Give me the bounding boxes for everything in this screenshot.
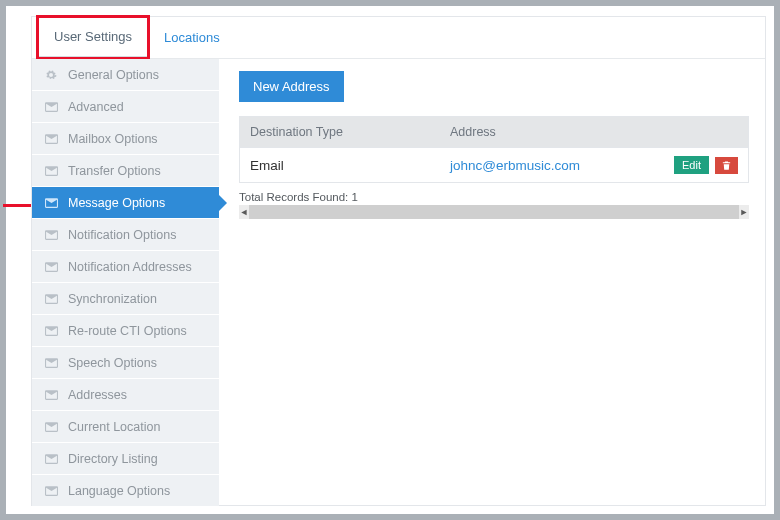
sidebar-item-advanced[interactable]: Advanced <box>32 91 219 123</box>
sidebar-item-general-options[interactable]: General Options <box>32 59 219 91</box>
sidebar-item-speech-options[interactable]: Speech Options <box>32 347 219 379</box>
mail-icon <box>44 358 58 368</box>
sidebar-item-label: Re-route CTI Options <box>68 324 187 338</box>
trash-icon <box>721 160 732 171</box>
col-actions <box>648 117 748 147</box>
mail-icon <box>44 486 58 496</box>
sidebar-item-transfer-options[interactable]: Transfer Options <box>32 155 219 187</box>
sidebar-item-label: Language Options <box>68 484 170 498</box>
horizontal-scrollbar[interactable]: ◄ ► <box>239 205 749 219</box>
sidebar-item-notification-options[interactable]: Notification Options <box>32 219 219 251</box>
sidebar-item-mailbox-options[interactable]: Mailbox Options <box>32 123 219 155</box>
scroll-track <box>249 205 739 219</box>
table-header: Destination Type Address <box>240 117 748 147</box>
col-address: Address <box>440 117 648 147</box>
mail-icon <box>44 102 58 112</box>
address-table: Destination Type Address Email johnc@erb… <box>239 116 749 183</box>
mail-icon <box>44 198 58 208</box>
tab-locations[interactable]: Locations <box>148 17 236 58</box>
sidebar-item-directory-listing[interactable]: Directory Listing <box>32 443 219 475</box>
mail-icon <box>44 294 58 304</box>
scroll-left-icon: ◄ <box>239 207 249 217</box>
sidebar-item-label: General Options <box>68 68 159 82</box>
delete-button[interactable] <box>715 157 738 174</box>
tab-user-settings[interactable]: User Settings <box>38 17 148 58</box>
mail-icon <box>44 454 58 464</box>
mail-icon <box>44 422 58 432</box>
sidebar-item-label: Message Options <box>68 196 165 210</box>
sidebar-item-label: Transfer Options <box>68 164 161 178</box>
records-count: Total Records Found: 1 <box>239 191 749 203</box>
sidebar: General OptionsAdvancedMailbox OptionsTr… <box>32 59 219 505</box>
mail-icon <box>44 326 58 336</box>
app-frame: User Settings Locations General OptionsA… <box>0 0 780 520</box>
sidebar-item-label: Directory Listing <box>68 452 158 466</box>
new-address-button[interactable]: New Address <box>239 71 344 102</box>
sidebar-item-current-location[interactable]: Current Location <box>32 411 219 443</box>
sidebar-item-re-route-cti-options[interactable]: Re-route CTI Options <box>32 315 219 347</box>
sidebar-item-label: Synchronization <box>68 292 157 306</box>
tabbar: User Settings Locations <box>32 17 765 59</box>
mail-icon <box>44 230 58 240</box>
sidebar-item-language-options[interactable]: Language Options <box>32 475 219 507</box>
sidebar-item-label: Mailbox Options <box>68 132 158 146</box>
sidebar-item-notification-addresses[interactable]: Notification Addresses <box>32 251 219 283</box>
cell-address-link[interactable]: johnc@erbmusic.com <box>440 150 648 181</box>
mail-icon <box>44 390 58 400</box>
edit-button[interactable]: Edit <box>674 156 709 174</box>
scroll-right-icon: ► <box>739 207 749 217</box>
mail-icon <box>44 166 58 176</box>
sidebar-item-label: Addresses <box>68 388 127 402</box>
sidebar-item-label: Advanced <box>68 100 124 114</box>
sidebar-item-message-options[interactable]: Message Options <box>32 187 219 219</box>
mail-icon <box>44 262 58 272</box>
content: General OptionsAdvancedMailbox OptionsTr… <box>32 59 765 505</box>
main-area: New Address Destination Type Address Ema… <box>219 59 765 505</box>
table-row: Email johnc@erbmusic.com Edit <box>240 147 748 182</box>
sidebar-item-label: Notification Addresses <box>68 260 192 274</box>
panel: User Settings Locations General OptionsA… <box>31 16 766 506</box>
cell-actions: Edit <box>648 148 748 182</box>
gear-icon <box>44 70 58 80</box>
sidebar-item-label: Current Location <box>68 420 160 434</box>
col-destination-type: Destination Type <box>240 117 440 147</box>
cell-destination-type: Email <box>240 150 440 181</box>
sidebar-item-synchronization[interactable]: Synchronization <box>32 283 219 315</box>
sidebar-item-label: Speech Options <box>68 356 157 370</box>
mail-icon <box>44 134 58 144</box>
sidebar-item-addresses[interactable]: Addresses <box>32 379 219 411</box>
sidebar-item-label: Notification Options <box>68 228 176 242</box>
